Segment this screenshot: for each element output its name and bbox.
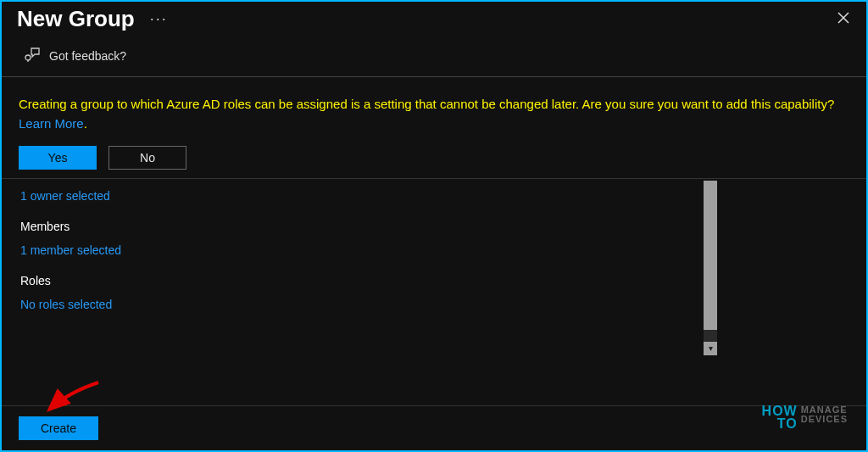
members-label: Members bbox=[20, 220, 866, 233]
new-group-panel: New Group ··· Got feedback? Creating a g… bbox=[0, 0, 868, 452]
yes-button[interactable]: Yes bbox=[19, 146, 97, 170]
no-button[interactable]: No bbox=[108, 146, 186, 170]
close-button[interactable] bbox=[832, 5, 854, 33]
scrollbar-down-arrow[interactable]: ▾ bbox=[704, 342, 717, 355]
roles-label: Roles bbox=[20, 274, 866, 287]
panel-header: New Group ··· bbox=[2, 2, 866, 38]
warning-period: . bbox=[84, 116, 87, 131]
more-menu-button[interactable]: ··· bbox=[150, 10, 168, 28]
learn-more-link[interactable]: Learn More bbox=[19, 116, 84, 131]
page-title: New Group bbox=[17, 6, 135, 32]
header-left: New Group ··· bbox=[17, 6, 168, 32]
feedback-bar[interactable]: Got feedback? bbox=[2, 38, 866, 77]
footer-bar: Create bbox=[2, 405, 866, 450]
feedback-label: Got feedback? bbox=[49, 49, 126, 63]
warning-text: Creating a group to which Azure AD roles… bbox=[19, 97, 834, 111]
feedback-icon bbox=[24, 47, 41, 64]
form-content: 1 owner selected Members 1 member select… bbox=[2, 179, 866, 406]
create-button[interactable]: Create bbox=[19, 416, 98, 440]
roles-selected-link[interactable]: No roles selected bbox=[20, 294, 112, 315]
scrollbar-thumb[interactable] bbox=[704, 181, 717, 330]
close-icon bbox=[837, 12, 849, 24]
svg-point-0 bbox=[25, 55, 31, 60]
content-scrollbar[interactable]: ▾ bbox=[704, 181, 717, 355]
role-assignable-warning: Creating a group to which Azure AD roles… bbox=[2, 77, 866, 179]
owners-selected-link[interactable]: 1 owner selected bbox=[20, 186, 110, 206]
members-selected-link[interactable]: 1 member selected bbox=[20, 240, 121, 260]
confirm-row: Yes No bbox=[19, 146, 849, 170]
